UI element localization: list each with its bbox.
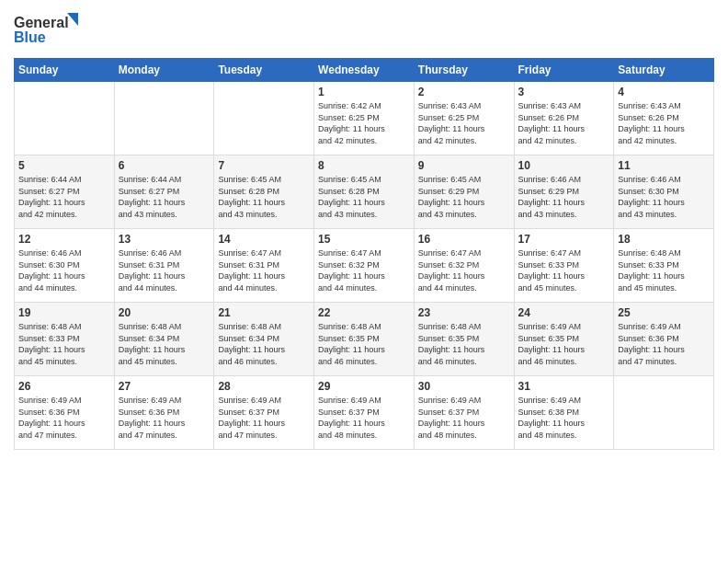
header-day-sunday: Sunday bbox=[15, 59, 115, 82]
header-day-saturday: Saturday bbox=[614, 59, 714, 82]
day-info: Sunrise: 6:48 AMSunset: 6:33 PMDaylight:… bbox=[18, 321, 110, 367]
day-info: Sunrise: 6:47 AMSunset: 6:32 PMDaylight:… bbox=[318, 247, 410, 293]
day-info: Sunrise: 6:48 AMSunset: 6:35 PMDaylight:… bbox=[418, 321, 510, 367]
day-info: Sunrise: 6:47 AMSunset: 6:33 PMDaylight:… bbox=[518, 247, 610, 293]
day-number: 1 bbox=[318, 86, 410, 98]
header: General Blue bbox=[14, 9, 714, 51]
week-row-5: 26Sunrise: 6:49 AMSunset: 6:36 PMDayligh… bbox=[15, 376, 714, 450]
calendar-cell: 29Sunrise: 6:49 AMSunset: 6:37 PMDayligh… bbox=[314, 376, 415, 450]
day-info: Sunrise: 6:49 AMSunset: 6:35 PMDaylight:… bbox=[518, 321, 610, 367]
day-info: Sunrise: 6:49 AMSunset: 6:38 PMDaylight:… bbox=[518, 395, 610, 441]
week-row-3: 12Sunrise: 6:46 AMSunset: 6:30 PMDayligh… bbox=[15, 229, 714, 303]
calendar-cell: 23Sunrise: 6:48 AMSunset: 6:35 PMDayligh… bbox=[414, 303, 514, 376]
day-info: Sunrise: 6:45 AMSunset: 6:29 PMDaylight:… bbox=[418, 174, 510, 220]
calendar-cell: 19Sunrise: 6:48 AMSunset: 6:33 PMDayligh… bbox=[15, 303, 115, 376]
day-number: 21 bbox=[218, 306, 310, 319]
calendar-cell: 20Sunrise: 6:48 AMSunset: 6:34 PMDayligh… bbox=[114, 303, 214, 376]
calendar-cell: 31Sunrise: 6:49 AMSunset: 6:38 PMDayligh… bbox=[514, 376, 614, 450]
calendar-cell: 21Sunrise: 6:48 AMSunset: 6:34 PMDayligh… bbox=[214, 303, 314, 376]
day-number: 16 bbox=[418, 233, 510, 246]
day-number: 22 bbox=[318, 306, 410, 319]
day-number: 27 bbox=[119, 380, 210, 393]
calendar-cell: 10Sunrise: 6:46 AMSunset: 6:29 PMDayligh… bbox=[514, 155, 614, 229]
calendar-cell: 15Sunrise: 6:47 AMSunset: 6:32 PMDayligh… bbox=[314, 229, 415, 303]
day-info: Sunrise: 6:42 AMSunset: 6:25 PMDaylight:… bbox=[318, 100, 410, 146]
svg-text:General: General bbox=[14, 15, 69, 30]
day-number: 26 bbox=[18, 380, 110, 393]
header-day-monday: Monday bbox=[114, 59, 214, 82]
day-number: 24 bbox=[518, 306, 610, 319]
day-number: 13 bbox=[119, 233, 210, 246]
calendar-cell: 14Sunrise: 6:47 AMSunset: 6:31 PMDayligh… bbox=[214, 229, 314, 303]
day-number: 5 bbox=[18, 159, 110, 172]
calendar-cell: 26Sunrise: 6:49 AMSunset: 6:36 PMDayligh… bbox=[15, 376, 115, 450]
calendar-cell: 1Sunrise: 6:42 AMSunset: 6:25 PMDaylight… bbox=[314, 82, 415, 155]
day-number: 20 bbox=[119, 306, 210, 319]
calendar-cell: 4Sunrise: 6:43 AMSunset: 6:26 PMDaylight… bbox=[614, 82, 714, 155]
week-row-2: 5Sunrise: 6:44 AMSunset: 6:27 PMDaylight… bbox=[15, 155, 714, 229]
calendar-cell: 13Sunrise: 6:46 AMSunset: 6:31 PMDayligh… bbox=[114, 229, 214, 303]
calendar-cell: 22Sunrise: 6:48 AMSunset: 6:35 PMDayligh… bbox=[314, 303, 415, 376]
calendar-cell: 30Sunrise: 6:49 AMSunset: 6:37 PMDayligh… bbox=[414, 376, 514, 450]
day-info: Sunrise: 6:46 AMSunset: 6:30 PMDaylight:… bbox=[618, 174, 710, 220]
day-info: Sunrise: 6:49 AMSunset: 6:37 PMDaylight:… bbox=[318, 395, 410, 441]
calendar-cell bbox=[214, 82, 314, 155]
calendar-cell: 2Sunrise: 6:43 AMSunset: 6:25 PMDaylight… bbox=[414, 82, 514, 155]
calendar-cell: 12Sunrise: 6:46 AMSunset: 6:30 PMDayligh… bbox=[15, 229, 115, 303]
week-row-4: 19Sunrise: 6:48 AMSunset: 6:33 PMDayligh… bbox=[15, 303, 714, 376]
day-info: Sunrise: 6:45 AMSunset: 6:28 PMDaylight:… bbox=[218, 174, 310, 220]
day-info: Sunrise: 6:45 AMSunset: 6:28 PMDaylight:… bbox=[318, 174, 410, 220]
calendar-cell bbox=[114, 82, 214, 155]
day-number: 28 bbox=[218, 380, 310, 393]
day-number: 3 bbox=[518, 86, 610, 98]
calendar-cell: 5Sunrise: 6:44 AMSunset: 6:27 PMDaylight… bbox=[15, 155, 115, 229]
day-number: 11 bbox=[618, 159, 710, 172]
calendar-cell bbox=[614, 376, 714, 450]
day-info: Sunrise: 6:43 AMSunset: 6:26 PMDaylight:… bbox=[518, 100, 610, 146]
day-info: Sunrise: 6:44 AMSunset: 6:27 PMDaylight:… bbox=[119, 174, 210, 220]
day-info: Sunrise: 6:49 AMSunset: 6:36 PMDaylight:… bbox=[18, 395, 110, 441]
logo-svg: General Blue bbox=[14, 9, 78, 51]
calendar-cell: 8Sunrise: 6:45 AMSunset: 6:28 PMDaylight… bbox=[314, 155, 415, 229]
day-number: 4 bbox=[618, 86, 710, 98]
day-number: 18 bbox=[618, 233, 710, 246]
day-number: 14 bbox=[218, 233, 310, 246]
calendar-cell: 24Sunrise: 6:49 AMSunset: 6:35 PMDayligh… bbox=[514, 303, 614, 376]
day-number: 23 bbox=[418, 306, 510, 319]
svg-text:Blue: Blue bbox=[14, 29, 46, 45]
day-info: Sunrise: 6:48 AMSunset: 6:33 PMDaylight:… bbox=[618, 247, 710, 293]
page: General Blue SundayMondayTuesdayWednesda… bbox=[0, 0, 728, 563]
calendar-header-row: SundayMondayTuesdayWednesdayThursdayFrid… bbox=[15, 59, 714, 82]
calendar-cell: 17Sunrise: 6:47 AMSunset: 6:33 PMDayligh… bbox=[514, 229, 614, 303]
day-info: Sunrise: 6:43 AMSunset: 6:25 PMDaylight:… bbox=[418, 100, 510, 146]
calendar-table: SundayMondayTuesdayWednesdayThursdayFrid… bbox=[14, 58, 714, 450]
day-number: 8 bbox=[318, 159, 410, 172]
calendar-cell: 25Sunrise: 6:49 AMSunset: 6:36 PMDayligh… bbox=[614, 303, 714, 376]
day-info: Sunrise: 6:49 AMSunset: 6:37 PMDaylight:… bbox=[418, 395, 510, 441]
header-day-friday: Friday bbox=[514, 59, 614, 82]
day-number: 31 bbox=[518, 380, 610, 393]
calendar-cell: 3Sunrise: 6:43 AMSunset: 6:26 PMDaylight… bbox=[514, 82, 614, 155]
day-number: 30 bbox=[418, 380, 510, 393]
calendar-cell: 6Sunrise: 6:44 AMSunset: 6:27 PMDaylight… bbox=[114, 155, 214, 229]
header-day-wednesday: Wednesday bbox=[314, 59, 415, 82]
day-info: Sunrise: 6:46 AMSunset: 6:29 PMDaylight:… bbox=[518, 174, 610, 220]
day-number: 25 bbox=[618, 306, 710, 319]
day-info: Sunrise: 6:44 AMSunset: 6:27 PMDaylight:… bbox=[18, 174, 110, 220]
calendar-cell: 28Sunrise: 6:49 AMSunset: 6:37 PMDayligh… bbox=[214, 376, 314, 450]
calendar-cell: 27Sunrise: 6:49 AMSunset: 6:36 PMDayligh… bbox=[114, 376, 214, 450]
day-info: Sunrise: 6:43 AMSunset: 6:26 PMDaylight:… bbox=[618, 100, 710, 146]
week-row-1: 1Sunrise: 6:42 AMSunset: 6:25 PMDaylight… bbox=[15, 82, 714, 155]
day-info: Sunrise: 6:47 AMSunset: 6:31 PMDaylight:… bbox=[218, 247, 310, 293]
day-number: 9 bbox=[418, 159, 510, 172]
day-info: Sunrise: 6:46 AMSunset: 6:31 PMDaylight:… bbox=[119, 247, 210, 293]
logo: General Blue bbox=[14, 9, 78, 51]
day-info: Sunrise: 6:49 AMSunset: 6:37 PMDaylight:… bbox=[218, 395, 310, 441]
day-info: Sunrise: 6:48 AMSunset: 6:34 PMDaylight:… bbox=[218, 321, 310, 367]
calendar-cell: 16Sunrise: 6:47 AMSunset: 6:32 PMDayligh… bbox=[414, 229, 514, 303]
day-info: Sunrise: 6:48 AMSunset: 6:34 PMDaylight:… bbox=[119, 321, 210, 367]
day-number: 17 bbox=[518, 233, 610, 246]
header-day-thursday: Thursday bbox=[414, 59, 514, 82]
day-number: 12 bbox=[18, 233, 110, 246]
day-number: 15 bbox=[318, 233, 410, 246]
